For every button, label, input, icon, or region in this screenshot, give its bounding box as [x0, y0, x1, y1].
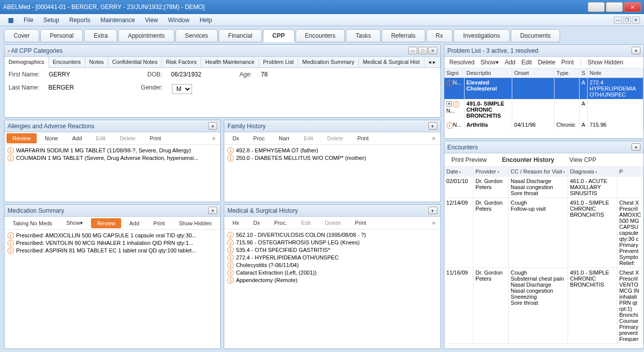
panel-menu-icon[interactable]: ▾: [631, 143, 640, 151]
meds-add-button[interactable]: Add: [123, 218, 145, 228]
col-signi[interactable]: Signi: [444, 68, 465, 77]
minimize-button[interactable]: —: [588, 2, 605, 12]
panel-minimize-icon[interactable]: —: [408, 47, 417, 54]
tab-investigations[interactable]: Investigations: [453, 29, 509, 42]
panel-menu-icon[interactable]: ▾: [208, 122, 217, 130]
panel-menu-icon[interactable]: ▾: [428, 122, 437, 130]
list-item[interactable]: 250.0 - DIABETES MELLITUS W/O COMP* (mot…: [227, 154, 437, 162]
list-item[interactable]: Prescribed: ASPIRIN 81 MG TABLET EC 1 ta…: [8, 247, 217, 254]
list-item[interactable]: Cholecystitis (?-06/11/04): [227, 261, 437, 269]
gender-select[interactable]: M: [172, 84, 192, 94]
msh-dx-button[interactable]: Dx: [247, 218, 266, 228]
col-p[interactable]: P: [617, 167, 643, 176]
subtab-problem-list[interactable]: Problem List: [259, 57, 298, 67]
mdi-minimize-button[interactable]: —: [614, 17, 622, 24]
list-item[interactable]: 562.10 - DIVERTICULOSIS COLON (1995/08/0…: [227, 231, 437, 239]
list-item[interactable]: 535.4 - OTH SPECIFIED GASTRITIS*: [227, 246, 437, 254]
panel-menu-icon[interactable]: ▾: [208, 207, 217, 214]
panel-menu-icon[interactable]: ▾: [428, 207, 437, 214]
expand-icon[interactable]: +: [446, 101, 452, 107]
menu-help[interactable]: Help: [196, 16, 216, 25]
list-item[interactable]: COUMADIN 1 MG TABLET (Severe, Drug Adver…: [8, 154, 217, 162]
tab-extra[interactable]: Extra: [84, 29, 117, 42]
col-onset[interactable]: Onset: [512, 68, 555, 77]
meds-print-button[interactable]: Print: [147, 218, 171, 228]
family-narr-button[interactable]: Narr: [272, 133, 295, 143]
panel-maximize-icon[interactable]: □: [418, 47, 427, 54]
menu-view[interactable]: View: [141, 16, 162, 25]
problems-delete-button[interactable]: Delete: [538, 59, 556, 66]
meds-nomeds-button[interactable]: Taking No Meds: [7, 218, 58, 228]
problems-show--button[interactable]: Show▾: [481, 59, 499, 66]
problems-add-button[interactable]: Add: [505, 59, 515, 66]
subtab-scroll[interactable]: ◂ ▸: [424, 57, 440, 67]
family-dx-button[interactable]: Dx: [226, 133, 245, 143]
enc-print-preview[interactable]: Print Preview: [451, 156, 487, 163]
tab-encounters[interactable]: Encounters: [296, 29, 345, 42]
problems-show-hidden-button[interactable]: Show Hidden: [587, 59, 623, 66]
list-item[interactable]: 272.4 - HYPERLIPIDEMIA OTH/UNSPEC: [227, 254, 437, 261]
subtab-medical-surgical-hist[interactable]: Medical & Surgical Hist: [359, 57, 424, 67]
col-desc[interactable]: Descriptio: [465, 68, 512, 77]
family-proc-button[interactable]: Proc: [247, 133, 271, 143]
problems-print-button[interactable]: Print: [562, 59, 574, 66]
encounter-row[interactable]: 11/16/09Dr. Gordon PetersCough Substerna…: [444, 268, 643, 344]
tab-referrals[interactable]: Referrals: [382, 29, 425, 42]
list-item[interactable]: 715.96 - OSTEOARTHROSIS UNSP LEG (Knees): [227, 239, 437, 246]
subtab-confidential-notes[interactable]: Confidential Notes: [108, 57, 162, 67]
subtab-demographics[interactable]: Demographics: [5, 57, 49, 68]
col-note[interactable]: Note: [588, 68, 643, 77]
allergies-add-button[interactable]: Add: [66, 133, 88, 143]
subtab-medication-summary[interactable]: Medication Summary: [298, 57, 358, 67]
subtab-health-maintenance[interactable]: Health Maintenance: [201, 57, 259, 67]
col-s[interactable]: S: [580, 68, 588, 77]
enc-history[interactable]: Encounter History: [502, 156, 555, 163]
meds-show-button[interactable]: Show▾: [60, 218, 89, 228]
col-date[interactable]: Date: [444, 167, 474, 176]
meds-hidden-button[interactable]: Show Hidden: [173, 218, 218, 228]
close-button[interactable]: ✕: [624, 2, 641, 12]
encounter-row[interactable]: 02/01/10Dr. Gordon PetersNasal Discharge…: [444, 177, 643, 198]
list-item[interactable]: Prescribed: VENTOLIN 90 MCG INHALER 1 in…: [8, 239, 217, 247]
tab-rx[interactable]: Rx: [426, 29, 453, 42]
problem-row[interactable]: N...Arthritis04/11/96ChronicA715.96: [444, 120, 643, 130]
panel-menu-icon[interactable]: ▾: [631, 47, 640, 54]
encounter-row[interactable]: 12/14/09Dr. Gordon PetersCough Follow-up…: [444, 198, 643, 268]
family-edit-button[interactable]: Edit: [298, 133, 319, 143]
list-item[interactable]: Cataract Extraction (Left, (2001)): [227, 269, 437, 277]
more-icon[interactable]: »: [209, 135, 219, 142]
menu-maintenance[interactable]: Maintenance: [97, 16, 139, 25]
menu-reports[interactable]: Reports: [65, 16, 95, 25]
col-type[interactable]: Type: [555, 68, 580, 77]
more-icon[interactable]: »: [429, 219, 438, 226]
col-cc[interactable]: CC / Reason for Visit: [509, 167, 568, 176]
problems-edit-button[interactable]: Edit: [521, 59, 532, 66]
problem-row[interactable]: N...Elevated CholesterolA272.4 HYPERLIPI…: [444, 78, 643, 99]
allergies-edit-button[interactable]: Edit: [90, 133, 112, 143]
subtab-notes[interactable]: Notes: [85, 57, 109, 67]
menu-file[interactable]: File: [20, 16, 37, 25]
col-diagnosis[interactable]: Diagnosis: [568, 167, 617, 176]
msh-delete-button[interactable]: Delete: [319, 218, 347, 228]
list-item[interactable]: WARFARIN SODIUM 1 MG TABLET (11/08/98-?,…: [8, 147, 217, 154]
mdi-restore-button[interactable]: ❐: [623, 17, 631, 24]
allergies-none-button[interactable]: None: [39, 133, 64, 143]
msh-hx-button[interactable]: Hx: [226, 218, 245, 228]
list-item[interactable]: 492.8 - EMPHYSEMA OT (father): [227, 147, 437, 154]
tab-cover[interactable]: Cover: [4, 29, 39, 42]
tab-personal[interactable]: Personal: [40, 29, 83, 42]
msh-proc-button[interactable]: Proc.: [268, 218, 293, 228]
tab-documents[interactable]: Documents: [511, 29, 561, 42]
subtab-risk-factors[interactable]: Risk Factors: [162, 57, 201, 67]
tab-appointments[interactable]: Appointments: [118, 29, 174, 42]
msh-edit-button[interactable]: Edit: [295, 218, 317, 228]
more-icon[interactable]: »: [429, 135, 438, 142]
meds-review-button[interactable]: Review: [91, 218, 121, 228]
col-provider[interactable]: Provider: [474, 167, 509, 176]
tab-financial[interactable]: Financial: [219, 29, 262, 42]
problems-resolved-button[interactable]: Resolved: [449, 59, 475, 66]
msh-print-button[interactable]: Print: [349, 218, 373, 228]
menu-window[interactable]: Window: [164, 16, 194, 25]
tab-tasks[interactable]: Tasks: [346, 29, 381, 42]
list-item[interactable]: Appendectomy (Remote): [227, 277, 437, 284]
